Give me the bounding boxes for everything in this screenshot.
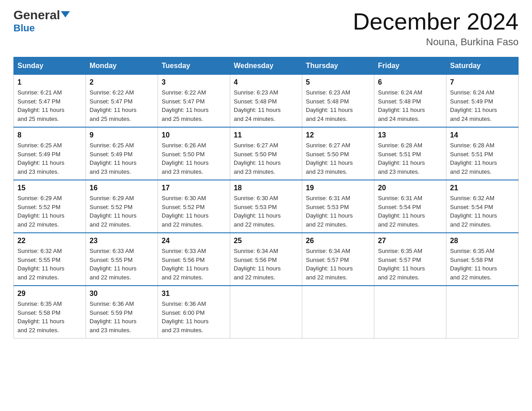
calendar-day-cell: 11Sunrise: 6:27 AMSunset: 5:50 PMDayligh… — [230, 127, 302, 180]
logo: General Blue — [13, 9, 70, 34]
day-info: Sunrise: 6:33 AMSunset: 5:56 PMDaylight:… — [162, 247, 226, 282]
day-info: Sunrise: 6:32 AMSunset: 5:55 PMDaylight:… — [17, 247, 82, 282]
month-title: December 2024 — [353, 9, 519, 34]
calendar-week-row: 15Sunrise: 6:29 AMSunset: 5:52 PMDayligh… — [14, 180, 519, 233]
day-info: Sunrise: 6:30 AMSunset: 5:52 PMDaylight:… — [162, 194, 226, 229]
day-info: Sunrise: 6:35 AMSunset: 5:58 PMDaylight:… — [450, 247, 515, 282]
logo-text: General — [13, 9, 70, 21]
calendar-day-cell: 15Sunrise: 6:29 AMSunset: 5:52 PMDayligh… — [14, 180, 86, 233]
weekday-header-friday: Friday — [374, 57, 446, 75]
day-number: 3 — [162, 78, 226, 86]
calendar-day-cell: 3Sunrise: 6:22 AMSunset: 5:47 PMDaylight… — [158, 75, 230, 128]
day-number: 18 — [234, 184, 298, 192]
day-number: 4 — [234, 78, 298, 86]
day-number: 21 — [450, 184, 515, 192]
weekday-header-row: SundayMondayTuesdayWednesdayThursdayFrid… — [14, 57, 519, 75]
weekday-header-wednesday: Wednesday — [230, 57, 302, 75]
day-number: 25 — [234, 237, 298, 245]
day-info: Sunrise: 6:23 AMSunset: 5:48 PMDaylight:… — [306, 88, 370, 123]
day-number: 9 — [90, 131, 154, 139]
day-number: 29 — [17, 290, 82, 298]
day-number: 28 — [450, 237, 515, 245]
calendar-day-cell: 19Sunrise: 6:31 AMSunset: 5:53 PMDayligh… — [302, 180, 374, 233]
calendar-day-cell: 20Sunrise: 6:31 AMSunset: 5:54 PMDayligh… — [374, 180, 446, 233]
calendar-day-cell: 5Sunrise: 6:23 AMSunset: 5:48 PMDaylight… — [302, 75, 374, 128]
weekday-header-tuesday: Tuesday — [158, 57, 230, 75]
day-info: Sunrise: 6:36 AMSunset: 6:00 PMDaylight:… — [162, 300, 226, 334]
calendar-day-cell: 4Sunrise: 6:23 AMSunset: 5:48 PMDaylight… — [230, 75, 302, 128]
weekday-header-thursday: Thursday — [302, 57, 374, 75]
day-number: 11 — [234, 131, 298, 139]
calendar-day-cell: 29Sunrise: 6:35 AMSunset: 5:58 PMDayligh… — [14, 286, 86, 338]
day-info: Sunrise: 6:31 AMSunset: 5:53 PMDaylight:… — [306, 194, 370, 229]
day-info: Sunrise: 6:21 AMSunset: 5:47 PMDaylight:… — [17, 88, 82, 123]
calendar-day-cell: 24Sunrise: 6:33 AMSunset: 5:56 PMDayligh… — [158, 233, 230, 286]
day-info: Sunrise: 6:24 AMSunset: 5:49 PMDaylight:… — [450, 88, 515, 123]
calendar-day-cell: 12Sunrise: 6:27 AMSunset: 5:50 PMDayligh… — [302, 127, 374, 180]
calendar-week-row: 29Sunrise: 6:35 AMSunset: 5:58 PMDayligh… — [14, 286, 519, 338]
calendar-day-cell — [302, 286, 374, 338]
calendar-day-cell: 28Sunrise: 6:35 AMSunset: 5:58 PMDayligh… — [446, 233, 519, 286]
calendar-day-cell: 8Sunrise: 6:25 AMSunset: 5:49 PMDaylight… — [14, 127, 86, 180]
day-info: Sunrise: 6:26 AMSunset: 5:50 PMDaylight:… — [162, 141, 226, 176]
calendar-day-cell — [446, 286, 519, 338]
day-number: 27 — [378, 237, 442, 245]
calendar-day-cell: 10Sunrise: 6:26 AMSunset: 5:50 PMDayligh… — [158, 127, 230, 180]
calendar-day-cell: 16Sunrise: 6:29 AMSunset: 5:52 PMDayligh… — [86, 180, 158, 233]
day-info: Sunrise: 6:23 AMSunset: 5:48 PMDaylight:… — [234, 88, 298, 123]
logo-triangle-icon — [61, 11, 70, 17]
calendar-week-row: 8Sunrise: 6:25 AMSunset: 5:49 PMDaylight… — [14, 127, 519, 180]
day-info: Sunrise: 6:28 AMSunset: 5:51 PMDaylight:… — [450, 141, 515, 176]
title-block: December 2024 Nouna, Burkina Faso — [353, 9, 519, 48]
location-title: Nouna, Burkina Faso — [353, 36, 519, 48]
day-number: 5 — [306, 78, 370, 86]
day-number: 26 — [306, 237, 370, 245]
day-number: 12 — [306, 131, 370, 139]
day-info: Sunrise: 6:29 AMSunset: 5:52 PMDaylight:… — [90, 194, 154, 229]
calendar-day-cell — [374, 286, 446, 338]
day-info: Sunrise: 6:25 AMSunset: 5:49 PMDaylight:… — [90, 141, 154, 176]
day-number: 17 — [162, 184, 226, 192]
day-info: Sunrise: 6:29 AMSunset: 5:52 PMDaylight:… — [17, 194, 82, 229]
calendar-day-cell: 9Sunrise: 6:25 AMSunset: 5:49 PMDaylight… — [86, 127, 158, 180]
day-info: Sunrise: 6:30 AMSunset: 5:53 PMDaylight:… — [234, 194, 298, 229]
day-number: 30 — [90, 290, 154, 298]
day-number: 7 — [450, 78, 515, 86]
calendar-day-cell: 27Sunrise: 6:35 AMSunset: 5:57 PMDayligh… — [374, 233, 446, 286]
day-info: Sunrise: 6:35 AMSunset: 5:57 PMDaylight:… — [378, 247, 442, 282]
calendar-day-cell: 13Sunrise: 6:28 AMSunset: 5:51 PMDayligh… — [374, 127, 446, 180]
day-number: 8 — [17, 131, 82, 139]
day-number: 10 — [162, 131, 226, 139]
calendar-day-cell: 2Sunrise: 6:22 AMSunset: 5:47 PMDaylight… — [86, 75, 158, 128]
day-info: Sunrise: 6:31 AMSunset: 5:54 PMDaylight:… — [378, 194, 442, 229]
calendar-day-cell: 18Sunrise: 6:30 AMSunset: 5:53 PMDayligh… — [230, 180, 302, 233]
day-number: 19 — [306, 184, 370, 192]
calendar-day-cell: 14Sunrise: 6:28 AMSunset: 5:51 PMDayligh… — [446, 127, 519, 180]
calendar-day-cell: 31Sunrise: 6:36 AMSunset: 6:00 PMDayligh… — [158, 286, 230, 338]
day-number: 20 — [378, 184, 442, 192]
calendar-day-cell: 21Sunrise: 6:32 AMSunset: 5:54 PMDayligh… — [446, 180, 519, 233]
calendar-day-cell: 23Sunrise: 6:33 AMSunset: 5:55 PMDayligh… — [86, 233, 158, 286]
day-info: Sunrise: 6:27 AMSunset: 5:50 PMDaylight:… — [234, 141, 298, 176]
calendar-day-cell: 30Sunrise: 6:36 AMSunset: 5:59 PMDayligh… — [86, 286, 158, 338]
day-info: Sunrise: 6:35 AMSunset: 5:58 PMDaylight:… — [17, 300, 82, 334]
day-info: Sunrise: 6:25 AMSunset: 5:49 PMDaylight:… — [17, 141, 82, 176]
day-info: Sunrise: 6:22 AMSunset: 5:47 PMDaylight:… — [162, 88, 226, 123]
calendar-day-cell: 6Sunrise: 6:24 AMSunset: 5:48 PMDaylight… — [374, 75, 446, 128]
day-info: Sunrise: 6:36 AMSunset: 5:59 PMDaylight:… — [90, 300, 154, 334]
day-number: 6 — [378, 78, 442, 86]
calendar-table: SundayMondayTuesdayWednesdayThursdayFrid… — [13, 57, 519, 338]
calendar-week-row: 22Sunrise: 6:32 AMSunset: 5:55 PMDayligh… — [14, 233, 519, 286]
day-number: 31 — [162, 290, 226, 298]
day-info: Sunrise: 6:28 AMSunset: 5:51 PMDaylight:… — [378, 141, 442, 176]
calendar-day-cell: 17Sunrise: 6:30 AMSunset: 5:52 PMDayligh… — [158, 180, 230, 233]
calendar-day-cell: 25Sunrise: 6:34 AMSunset: 5:56 PMDayligh… — [230, 233, 302, 286]
calendar-day-cell — [230, 286, 302, 338]
day-number: 15 — [17, 184, 82, 192]
day-info: Sunrise: 6:24 AMSunset: 5:48 PMDaylight:… — [378, 88, 442, 123]
day-number: 14 — [450, 131, 515, 139]
calendar-day-cell: 26Sunrise: 6:34 AMSunset: 5:57 PMDayligh… — [302, 233, 374, 286]
calendar-week-row: 1Sunrise: 6:21 AMSunset: 5:47 PMDaylight… — [14, 75, 519, 128]
day-number: 22 — [17, 237, 82, 245]
weekday-header-sunday: Sunday — [14, 57, 86, 75]
